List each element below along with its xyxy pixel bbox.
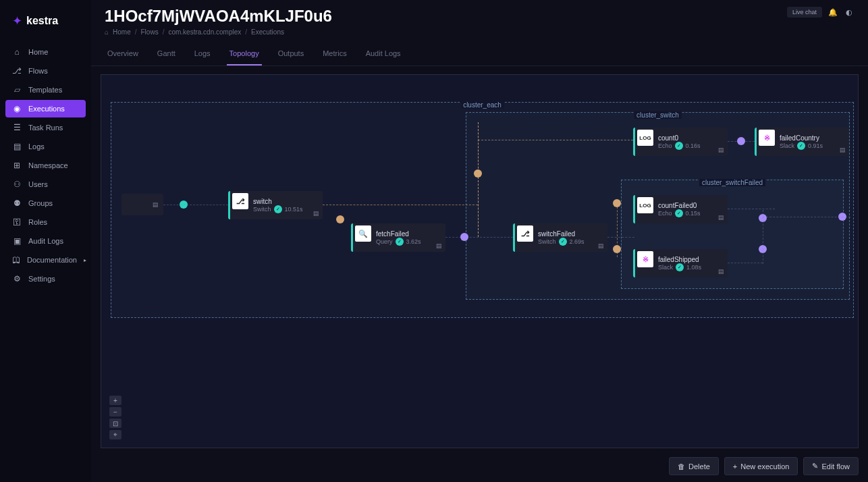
node-fetch-failed[interactable]: 🔍 fetchFailed Query ✓ 3.62s ▤	[351, 223, 445, 252]
node-count-failed0[interactable]: LOG countFailed0 Echo ✓ 0.15s ▤	[633, 195, 728, 223]
breadcrumb-flows[interactable]: Flows	[141, 28, 159, 36]
live-chat-button[interactable]: Live chat	[787, 7, 822, 18]
zoom-reset-button[interactable]: ⌖	[109, 430, 121, 439]
status-success-icon: ✓	[396, 238, 404, 246]
sidebar-item-label: Namespace	[28, 161, 68, 169]
breadcrumb-sep: /	[163, 28, 165, 36]
tab-overview[interactable]: Overview	[105, 45, 141, 65]
edge	[763, 210, 763, 264]
edge	[728, 263, 763, 263]
main-content: 1HOcf7MjWVAOA4mKLJF0u6 ⌂ Home / Flows / …	[91, 0, 868, 482]
edge	[763, 217, 850, 217]
sidebar-item-groups[interactable]: ⚉Groups	[5, 194, 86, 212]
log-icon: LOG	[637, 130, 653, 146]
sidebar-item-logs[interactable]: ▤Logs	[5, 138, 86, 155]
tab-audit-logs[interactable]: Audit Logs	[363, 45, 404, 65]
node-time: 2.69s	[570, 238, 585, 245]
bell-icon[interactable]: 🔔	[828, 7, 838, 18]
edge	[445, 237, 513, 238]
topology-canvas[interactable]: cluster_each cluster_switch cluster_swit…	[101, 74, 859, 448]
breadcrumb: ⌂ Home / Flows / com.kestra.cdn.complex …	[105, 28, 787, 36]
new-execution-button[interactable]: +New execution	[724, 457, 798, 475]
sidebar-item-label: Groups	[28, 199, 53, 207]
zoom-fit-button[interactable]: ⊡	[109, 419, 121, 428]
edge	[617, 203, 618, 257]
sidebar-item-task-runs[interactable]: ☰Task Runs	[5, 119, 86, 136]
delete-button[interactable]: 🗑Delete	[669, 457, 719, 475]
sidebar-item-namespace[interactable]: ⊞Namespace	[5, 157, 86, 174]
status-success-icon: ✓	[274, 205, 282, 213]
node-time: 1.08s	[686, 264, 701, 271]
node-title: failedShipped	[658, 256, 725, 263]
node-switch-failed[interactable]: ⎇ switchFailed Switch ✓ 2.69s ▤	[513, 223, 607, 252]
sidebar-item-label: Home	[28, 48, 48, 56]
task-runs-icon: ☰	[12, 123, 22, 132]
sidebar-item-executions[interactable]: ◉Executions	[5, 100, 86, 117]
breadcrumb-sep: /	[245, 28, 247, 36]
tab-logs[interactable]: Logs	[192, 45, 213, 65]
plus-icon: +	[733, 462, 737, 471]
node-type: Switch	[253, 206, 271, 213]
audit-icon: ▣	[12, 236, 22, 246]
sidebar-item-label: Executions	[28, 105, 65, 113]
logo-text: kestra	[26, 15, 58, 27]
sidebar-item-label: Templates	[28, 86, 62, 94]
node-failed-shipped[interactable]: ※ failedShipped Slack ✓ 1.08s ▤	[633, 249, 728, 277]
tab-topology[interactable]: Topology	[227, 45, 262, 65]
node-type: Echo	[658, 210, 672, 217]
node-menu-icon[interactable]: ▤	[718, 268, 725, 275]
breadcrumb-sep: /	[135, 28, 137, 36]
sidebar-item-roles[interactable]: ⚿Roles	[5, 213, 86, 231]
edge	[163, 205, 228, 205]
node-menu-icon[interactable]: ▤	[153, 201, 159, 208]
node-switch[interactable]: ⎇ switch Switch ✓ 10.51s ▤	[228, 191, 323, 219]
edit-flow-button[interactable]: ✎Edit flow	[803, 457, 859, 475]
sidebar-item-home[interactable]: ⌂Home	[5, 43, 86, 61]
flows-icon: ⎇	[12, 66, 22, 76]
node-menu-icon[interactable]: ▤	[840, 146, 846, 153]
breadcrumb-home[interactable]: Home	[113, 28, 131, 36]
tab-gantt[interactable]: Gantt	[155, 45, 178, 65]
node-menu-icon[interactable]: ▤	[313, 210, 320, 217]
nav-list: ⌂Home ⎇Flows ▱Templates ◉Executions ☰Tas…	[0, 41, 91, 290]
tab-outputs[interactable]: Outputs	[275, 45, 307, 65]
logo[interactable]: ✦ kestra	[0, 8, 91, 41]
user-icon[interactable]: ◐	[844, 7, 855, 18]
zoom-in-button[interactable]: +	[109, 396, 121, 405]
zoom-out-button[interactable]: −	[109, 407, 121, 417]
edge	[607, 237, 634, 238]
node-menu-icon[interactable]: ▤	[436, 242, 443, 249]
users-icon: ⚇	[12, 180, 22, 189]
node-title: switchFailed	[538, 230, 605, 238]
node-type: Slack	[780, 142, 794, 149]
tabs: Overview Gantt Logs Topology Outputs Met…	[91, 36, 868, 66]
zoom-controls: + − ⊡ ⌖	[109, 396, 121, 439]
node-menu-icon[interactable]: ▤	[718, 146, 725, 153]
tab-metrics[interactable]: Metrics	[320, 45, 349, 65]
sidebar-item-flows[interactable]: ⎇Flows	[5, 62, 86, 80]
node-count0[interactable]: LOG count0 Echo ✓ 0.16s ▤	[633, 128, 728, 156]
sidebar-item-documentation[interactable]: 🕮Documentation▸	[5, 251, 86, 269]
slack-icon: ※	[759, 130, 775, 146]
breadcrumb-home-icon[interactable]: ⌂	[105, 28, 109, 36]
sidebar-item-label: Logs	[28, 142, 45, 151]
templates-icon: ▱	[12, 85, 22, 95]
connector-dot	[474, 169, 482, 178]
sidebar-item-users[interactable]: ⚇Users	[5, 176, 86, 193]
node-menu-icon[interactable]: ▤	[718, 214, 725, 221]
breadcrumb-namespace[interactable]: com.kestra.cdn.complex	[168, 28, 241, 36]
node-menu-icon[interactable]: ▤	[598, 242, 605, 249]
edge	[323, 205, 478, 205]
start-node[interactable]: ▤	[121, 194, 163, 215]
node-title: countFailed0	[658, 202, 725, 209]
sidebar-item-templates[interactable]: ▱Templates	[5, 81, 86, 99]
node-failed-country[interactable]: ※ failedCountry Slack ✓ 0.91s ▤	[755, 128, 849, 156]
docs-icon: 🕮	[12, 255, 20, 265]
sidebar-item-audit-logs[interactable]: ▣Audit Logs	[5, 232, 86, 250]
switch-icon: ⎇	[517, 225, 533, 242]
sidebar-item-label: Documentation	[27, 256, 77, 264]
executions-icon: ◉	[12, 104, 22, 113]
sidebar-item-settings[interactable]: ⚙Settings	[5, 270, 86, 288]
edge	[728, 209, 775, 209]
node-title: switch	[253, 198, 320, 205]
